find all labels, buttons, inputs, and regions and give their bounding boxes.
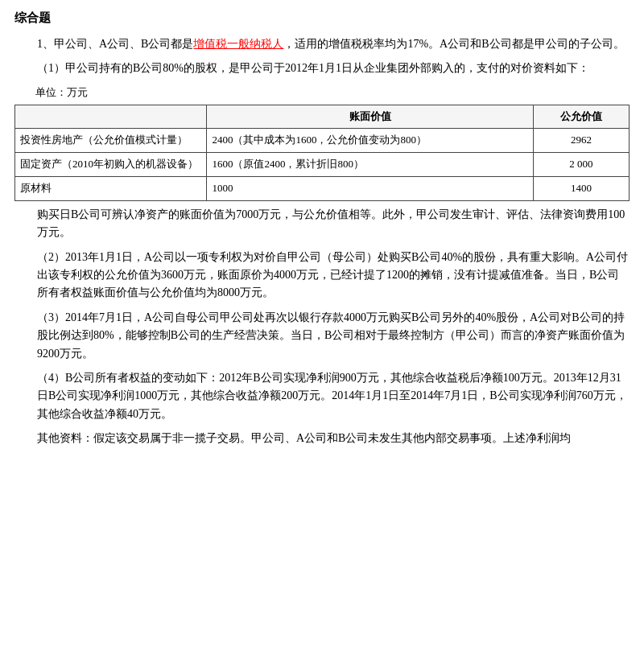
section-4: （4）B公司所有者权益的变动如下：2012年B公司实现净利润900万元，其他综合… [14,369,630,423]
section-other: 其他资料：假定该交易属于非一揽子交易。甲公司、A公司和B公司未发生其他内部交易事… [14,430,630,447]
p1-text: （1）甲公司持有的B公司80%的股权，是甲公司于2012年1月1日从企业集团外部… [14,60,630,77]
col-header-book: 账面价值 [207,105,533,129]
table-row: 固定资产（2010年初购入的机器设备） 1600（原值2400，累计折旧800）… [15,153,630,177]
p4-text: （4）B公司所有者权益的变动如下：2012年B公司实现净利润900万元，其他综合… [14,369,630,423]
page-title: 综合题 [14,8,630,27]
section-3: （3）2014年7月1日，A公司自母公司甲公司处再次以银行存款4000万元购买B… [14,309,630,363]
unit-label: 单位：万元 [35,84,630,101]
p3-text: （3）2014年7月1日，A公司自母公司甲公司处再次以银行存款4000万元购买B… [14,309,630,363]
asset-name-2: 固定资产（2010年初购入的机器设备） [15,153,207,177]
section-1: （1）甲公司持有的B公司80%的股权，是甲公司于2012年1月1日从企业集团外部… [14,60,630,241]
asset-name-1: 投资性房地产（公允价值模式计量） [15,129,207,153]
asset-table: 账面价值 公允价值 投资性房地产（公允价值模式计量） 2400（其中成本为160… [14,105,630,201]
asset-book-3: 1000 [207,176,533,200]
table-row: 原材料 1000 1400 [15,176,630,200]
asset-book-2: 1600（原值2400，累计折旧800） [207,153,533,177]
asset-fair-3: 1400 [533,176,629,200]
other-text: 其他资料：假定该交易属于非一揽子交易。甲公司、A公司和B公司未发生其他内部交易事… [14,430,630,447]
asset-book-1: 2400（其中成本为1600，公允价值变动为800） [207,129,533,153]
p1-after-text: 购买日B公司可辨认净资产的账面价值为7000万元，与公允价值相等。此外，甲公司发… [14,206,630,242]
asset-name-3: 原材料 [15,176,207,200]
section-2: （2）2013年1月1日，A公司以一项专利权为对价自甲公司（母公司）处购买B公司… [14,249,630,303]
asset-fair-2: 2 000 [533,153,629,177]
col-header-fair: 公允价值 [533,105,629,129]
intro-paragraph: 1、甲公司、A公司、B公司都是增值税一般纳税人，适用的增值税税率均为17%。A公… [14,35,630,53]
p2-text: （2）2013年1月1日，A公司以一项专利权为对价自甲公司（母公司）处购买B公司… [14,249,630,303]
asset-fair-1: 2962 [533,129,629,153]
highlight-vat: 增值税一般纳税人 [193,38,283,50]
table-row: 投资性房地产（公允价值模式计量） 2400（其中成本为1600，公允价值变动为8… [15,129,630,153]
col-header-name [15,105,207,129]
